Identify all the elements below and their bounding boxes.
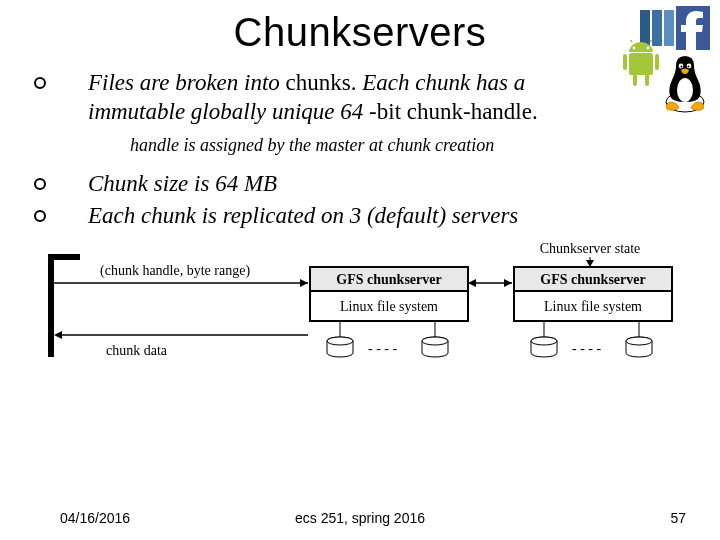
footer-date: 04/16/2016 <box>60 510 130 526</box>
svg-marker-24 <box>54 331 62 339</box>
svg-marker-40 <box>586 260 594 267</box>
svg-point-5 <box>647 47 650 50</box>
svg-rect-11 <box>633 74 637 86</box>
chunkserver-box-2: GFS chunkserver Linux file system - - - … <box>514 267 672 357</box>
svg-point-17 <box>681 66 683 68</box>
logo-cluster <box>636 6 710 50</box>
page-title: Chunkservers <box>20 10 700 55</box>
svg-point-32 <box>327 337 353 345</box>
svg-rect-10 <box>655 54 659 70</box>
svg-text:- - - -: - - - - <box>572 341 601 356</box>
facebook-icon <box>676 6 710 50</box>
svg-text:Linux file system: Linux file system <box>544 299 642 314</box>
svg-marker-37 <box>504 279 512 287</box>
bullet-3-text: Each chunk is replicated on 3 (default) … <box>88 202 628 231</box>
svg-rect-9 <box>623 54 627 70</box>
sub-note: handle is assigned by the master at chun… <box>130 135 700 156</box>
svg-rect-19 <box>48 257 54 357</box>
bullet-3: Each chunk is replicated on 3 (default) … <box>20 202 700 231</box>
bullet-2-text: Chunk size is 64 MB <box>88 170 387 199</box>
chunkserver-box-1: GFS chunkserver Linux file system - - - … <box>310 267 468 357</box>
bullet-1: Files are broken into chunks. Each chunk… <box>20 69 700 127</box>
svg-marker-22 <box>300 279 308 287</box>
bullet-1-text: Files are broken into chunks. Each chunk… <box>88 69 700 127</box>
bullet-marker-icon <box>34 210 46 222</box>
bullet-2: Chunk size is 64 MB <box>20 170 700 199</box>
svg-text:GFS chunkserver: GFS chunkserver <box>336 272 441 287</box>
svg-line-6 <box>629 40 632 42</box>
bullet-marker-icon <box>34 178 46 190</box>
label-chunk-handle: (chunk handle, byte range) <box>100 263 250 279</box>
svg-point-4 <box>633 47 636 50</box>
slide: Chunkservers Files are broken into chunk… <box>0 0 720 540</box>
footer: 04/16/2016 ecs 251, spring 2016 57 <box>0 510 720 526</box>
svg-point-34 <box>422 337 448 345</box>
svg-point-18 <box>688 66 690 68</box>
svg-point-50 <box>626 337 652 345</box>
svg-point-48 <box>531 337 557 345</box>
svg-point-14 <box>677 78 693 102</box>
label-chunk-data: chunk data <box>106 343 168 358</box>
svg-rect-8 <box>629 53 653 75</box>
svg-marker-38 <box>468 279 476 287</box>
label-state: Chunkserver state <box>540 241 641 256</box>
gfs-diagram: (chunk handle, byte range) chunk data GF… <box>40 239 680 413</box>
footer-course: ecs 251, spring 2016 <box>295 510 425 526</box>
svg-text:- - - -: - - - - <box>368 341 397 356</box>
svg-text:Linux file system: Linux file system <box>340 299 438 314</box>
tux-icon <box>660 56 710 114</box>
footer-page: 57 <box>670 510 686 526</box>
svg-text:GFS chunkserver: GFS chunkserver <box>540 272 645 287</box>
svg-rect-12 <box>645 74 649 86</box>
bullet-marker-icon <box>34 77 46 89</box>
svg-line-7 <box>650 40 653 42</box>
